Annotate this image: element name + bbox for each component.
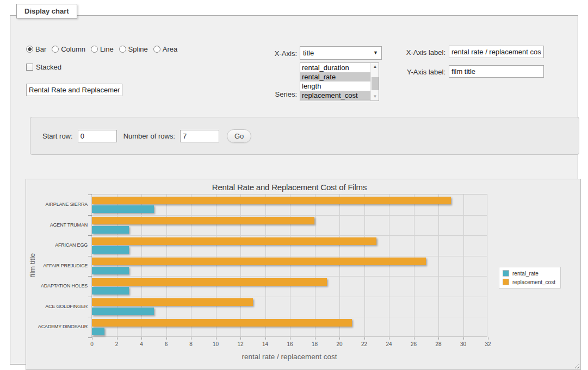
chart-type-option-line[interactable]: Line (91, 45, 114, 53)
series-option-length[interactable]: length (300, 81, 370, 91)
x-tick-label-20: 20 (331, 341, 348, 347)
x-tick-label-0: 0 (84, 341, 100, 347)
gridline-y-3 (92, 256, 487, 256)
gridline-y-6 (92, 317, 487, 317)
legend-swatch-rental_rate (503, 270, 509, 277)
stacked-row: Stacked (26, 63, 61, 71)
chart-type-option-bar[interactable]: Bar (26, 45, 46, 53)
x-tick-label-12: 12 (232, 341, 249, 347)
radio-line[interactable] (91, 46, 98, 53)
x-tick-16 (290, 337, 290, 340)
radio-label-bar: Bar (35, 45, 46, 53)
radio-label-spline: Spline (128, 45, 148, 53)
bar-replacement_cost (92, 237, 376, 245)
x-axis-label-field-label: X-Axis label: (386, 48, 445, 57)
chart-type-option-area[interactable]: Area (153, 45, 177, 53)
x-axis-select[interactable]: title (300, 46, 382, 60)
x-tick-22 (364, 337, 365, 340)
x-axis-select-wrap: title ▼ (300, 46, 382, 60)
x-tick-label-6: 6 (158, 341, 175, 347)
radio-bar[interactable] (26, 46, 33, 53)
chart-title-input[interactable] (26, 84, 122, 96)
radio-column[interactable] (52, 46, 59, 53)
radio-label-area: Area (163, 45, 177, 53)
x-tick-24 (389, 337, 389, 340)
scroll-down-icon[interactable]: ▼ (371, 93, 379, 101)
gridline-x-14 (265, 195, 266, 336)
chart-type-option-column[interactable]: Column (52, 45, 85, 53)
legend-item-rental_rate[interactable]: rental_rate (503, 270, 555, 277)
x-axis-label-input[interactable] (449, 46, 544, 58)
x-tick-label-22: 22 (356, 341, 373, 347)
series-options: rental_durationrental_ratelengthreplacem… (300, 63, 370, 101)
start-row-label: Start row: (42, 132, 73, 140)
gridline-x-12 (240, 195, 241, 336)
gridline-y-1 (92, 215, 487, 216)
gridline-x-30 (463, 195, 464, 336)
scroll-up-icon[interactable]: ▲ (371, 63, 379, 71)
stacked-checkbox[interactable] (26, 64, 33, 71)
x-tick-6 (166, 337, 167, 340)
category-label: ACADEMY DINOSAUR (30, 317, 88, 337)
category-label: AGENT TRUMAN (30, 215, 88, 236)
scrollbar-thumb[interactable] (372, 77, 379, 90)
category-label: AFFAIR PREJUDICE (30, 256, 88, 277)
chart-legend: rental_ratereplacement_cost (499, 267, 561, 289)
chart-type-option-spline[interactable]: Spline (119, 45, 148, 53)
bar-replacement_cost (92, 298, 253, 306)
x-tick-26 (414, 337, 414, 340)
series-scrollbar[interactable]: ▲ ▼ (370, 63, 379, 101)
y-axis-tick (88, 235, 92, 236)
radio-area[interactable] (153, 46, 160, 53)
x-tick-28 (438, 337, 439, 340)
gridline-x-24 (389, 195, 389, 336)
bar-replacement_cost (92, 197, 451, 204)
y-axis-label-input[interactable] (449, 65, 544, 78)
num-rows-input[interactable] (180, 130, 219, 142)
chart-title: Rental Rate and Replacement Cost of Film… (91, 183, 487, 192)
gridline-x-4 (141, 195, 142, 336)
legend-item-replacement_cost[interactable]: replacement_cost (503, 279, 555, 285)
category-label: ADAPTATION HOLES (30, 276, 88, 297)
y-axis-tick (88, 317, 92, 317)
x-tick-label-28: 28 (430, 341, 447, 347)
go-button[interactable]: Go (227, 129, 251, 143)
radio-label-line: Line (100, 45, 114, 53)
y-axis-tick (88, 276, 92, 277)
chart-type-radio-group: BarColumnLineSplineArea (26, 45, 177, 53)
series-listbox[interactable]: rental_durationrental_ratelengthreplacem… (300, 62, 379, 101)
start-row-input[interactable] (78, 130, 117, 142)
x-tick-0 (92, 337, 92, 340)
bar-rental_rate (92, 267, 129, 274)
legend-label-rental_rate: rental_rate (512, 271, 539, 277)
fieldset-legend: Display chart (16, 4, 77, 18)
display-chart-fieldset: BarColumnLineSplineArea Stacked X-Axis: … (10, 15, 578, 365)
x-tick-label-32: 32 (480, 341, 496, 347)
legend-label-replacement_cost: replacement_cost (512, 279, 555, 285)
gridline-x-16 (290, 195, 290, 336)
gridline-x-22 (364, 195, 365, 336)
series-option-replacement_cost[interactable]: replacement_cost (300, 91, 370, 100)
x-tick-20 (339, 337, 340, 340)
legend-swatch-replacement_cost (503, 279, 509, 285)
gridline-y-5 (92, 297, 487, 297)
series-option-rental_rate[interactable]: rental_rate (300, 72, 370, 81)
gridline-y-4 (92, 276, 487, 277)
series-select-label: Series: (250, 90, 297, 98)
x-tick-label-16: 16 (282, 341, 298, 347)
x-tick-2 (117, 337, 117, 340)
radio-spline[interactable] (119, 46, 126, 53)
rows-panel: Start row: Number of rows: Go (30, 117, 579, 155)
y-axis-tick (88, 256, 92, 256)
gridline-x-6 (166, 195, 167, 336)
series-option-rental_duration[interactable]: rental_duration (300, 63, 370, 72)
x-tick-label-26: 26 (406, 341, 422, 347)
gridline-x-8 (191, 195, 191, 336)
x-tick-label-2: 2 (109, 341, 125, 347)
bar-replacement_cost (92, 278, 327, 286)
stacked-label: Stacked (36, 63, 61, 71)
resize-handle-icon[interactable] (573, 362, 579, 368)
gridline-x-2 (117, 195, 117, 336)
gridline-x-20 (339, 195, 340, 336)
gridline-x-26 (414, 195, 414, 336)
